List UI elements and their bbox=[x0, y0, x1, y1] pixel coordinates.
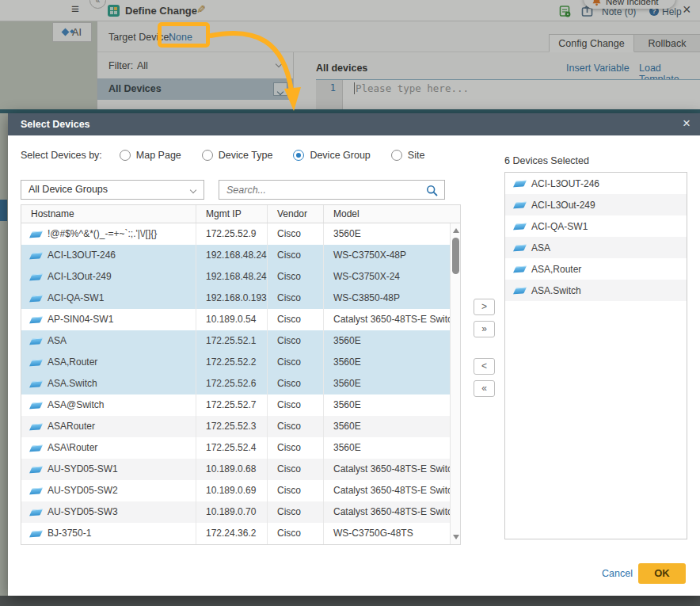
move-all-left-button[interactable]: « bbox=[474, 380, 495, 397]
scroll-down-icon[interactable] bbox=[453, 535, 459, 539]
cell-hostname: ASARouter bbox=[48, 416, 95, 437]
cell-vendor: Cisco bbox=[277, 288, 301, 309]
radio-circle-icon[interactable] bbox=[293, 150, 304, 161]
cell-hostname: ACI-L3Out-249 bbox=[48, 266, 112, 288]
cell-hostname: ASA\Router bbox=[48, 437, 97, 459]
column-header-hostname[interactable]: Hostname bbox=[21, 205, 196, 223]
device-icon bbox=[513, 287, 527, 294]
device-icon bbox=[29, 380, 43, 387]
radio-map-page[interactable]: Map Page bbox=[120, 150, 181, 161]
device-icon bbox=[29, 466, 43, 473]
selected-device-item[interactable]: ACI-L3OUT-246 bbox=[505, 173, 687, 194]
device-icon bbox=[29, 359, 43, 366]
cell-model: Catalyst 3650-48TS-E Switch bbox=[333, 309, 458, 330]
scrollbar-thumb[interactable] bbox=[452, 238, 459, 274]
move-all-right-button[interactable]: » bbox=[474, 321, 495, 337]
device-icon bbox=[29, 509, 43, 516]
device-icon bbox=[513, 223, 527, 230]
column-header-model[interactable]: Model bbox=[324, 205, 460, 223]
device-icon bbox=[29, 295, 43, 302]
cell-hostname: ASA@Switch bbox=[48, 394, 105, 416]
selected-devices-list: ACI-L3OUT-246ACI-L3Out-249ACI-QA-SW1ASAA… bbox=[504, 172, 687, 539]
device-group-dropdown[interactable]: All Device Groups bbox=[21, 180, 204, 200]
selected-device-name: ACI-L3OUT-246 bbox=[531, 178, 599, 189]
table-row[interactable]: ASA.Switch172.25.52.6Cisco3560E bbox=[21, 373, 460, 394]
table-row[interactable]: ACI-L3OUT-246192.168.48.246CiscoWS-C3750… bbox=[21, 245, 460, 266]
device-icon bbox=[29, 444, 43, 452]
table-row[interactable]: AU-SYD05-SW110.189.0.68CiscoCatalyst 365… bbox=[21, 459, 460, 480]
selected-device-name: ASA.Switch bbox=[531, 285, 581, 296]
table-row[interactable]: ACI-QA-SW1192.168.0.193CiscoWS-C3850-48P bbox=[21, 288, 460, 309]
scroll-up-icon[interactable] bbox=[453, 228, 459, 233]
move-left-button[interactable]: < bbox=[474, 358, 495, 375]
cell-vendor: Cisco bbox=[277, 416, 301, 437]
device-group-dropdown-value: All Device Groups bbox=[29, 184, 108, 195]
cell-vendor: Cisco bbox=[277, 223, 301, 245]
device-icon bbox=[29, 252, 43, 259]
radio-site[interactable]: Site bbox=[391, 150, 425, 161]
search-box bbox=[219, 180, 445, 200]
device-icon bbox=[513, 244, 527, 251]
cell-model: 3560E bbox=[333, 223, 361, 245]
column-header-vendor[interactable]: Vendor bbox=[268, 205, 324, 223]
table-row[interactable]: ASARouter172.25.52.3Cisco3560E bbox=[21, 416, 460, 437]
cell-model: 3560E bbox=[333, 394, 361, 416]
radio-device-group[interactable]: Device Group bbox=[293, 150, 370, 161]
cell-mgmt_ip: 172.25.52.1 bbox=[206, 330, 256, 352]
cell-vendor: Cisco bbox=[277, 437, 301, 459]
select-by-label: Select Devices by: bbox=[21, 150, 102, 161]
table-row[interactable]: AP-SIN04-SW110.189.0.54CiscoCatalyst 365… bbox=[21, 309, 460, 330]
selected-device-name: ASA bbox=[531, 242, 550, 253]
selected-device-item[interactable]: ASA bbox=[505, 237, 687, 258]
modal-close-icon[interactable]: × bbox=[683, 116, 690, 131]
table-row[interactable]: ASA,Router172.25.52.2Cisco3560E bbox=[21, 352, 460, 373]
cell-hostname: ASA,Router bbox=[48, 352, 97, 373]
cell-hostname: ACI-L3OUT-246 bbox=[48, 245, 116, 266]
cell-hostname: ASA bbox=[48, 330, 67, 352]
dropdown-chevron-down-icon bbox=[190, 187, 196, 193]
search-input[interactable] bbox=[219, 181, 444, 199]
cell-mgmt_ip: 192.168.48.246 bbox=[206, 245, 268, 266]
cell-vendor: Cisco bbox=[277, 266, 301, 288]
cancel-button[interactable]: Cancel bbox=[602, 568, 633, 579]
radio-circle-icon[interactable] bbox=[120, 150, 131, 161]
cell-model: 3560E bbox=[333, 373, 361, 394]
cell-mgmt_ip: 172.25.52.6 bbox=[206, 373, 256, 394]
cell-mgmt_ip: 172.25.52.2 bbox=[206, 352, 256, 373]
cell-vendor: Cisco bbox=[277, 459, 301, 480]
selected-device-item[interactable]: ACI-L3Out-249 bbox=[505, 194, 687, 215]
table-row[interactable]: !@#$%^&*()_-=+~`:;.'|\/[]{}172.25.52.9Ci… bbox=[21, 223, 460, 245]
column-header-mgmt-ip[interactable]: Mgmt IP bbox=[196, 205, 268, 223]
cell-model: WS-C3750X-48P bbox=[333, 245, 406, 266]
radio-circle-icon[interactable] bbox=[391, 150, 402, 161]
table-scrollbar[interactable] bbox=[450, 223, 460, 544]
cell-mgmt_ip: 172.25.52.7 bbox=[206, 394, 256, 416]
move-right-button[interactable]: > bbox=[474, 299, 495, 315]
selected-device-item[interactable]: ACI-QA-SW1 bbox=[505, 215, 687, 237]
cell-model: 3560E bbox=[333, 437, 361, 459]
cell-hostname: AU-SYD05-SW1 bbox=[48, 459, 118, 480]
table-row[interactable]: ASA172.25.52.1Cisco3560E bbox=[21, 330, 460, 352]
radio-label: Map Page bbox=[136, 150, 181, 161]
device-icon bbox=[513, 180, 527, 187]
table-row[interactable]: ACI-L3Out-249192.168.48.249CiscoWS-C3750… bbox=[21, 266, 460, 288]
device-icon bbox=[29, 316, 43, 323]
selected-device-item[interactable]: ASA,Router bbox=[505, 258, 687, 280]
selected-device-name: ASA,Router bbox=[531, 264, 581, 275]
device-icon bbox=[29, 231, 43, 238]
search-icon[interactable] bbox=[426, 185, 439, 197]
radio-label: Device Group bbox=[310, 150, 370, 161]
cell-vendor: Cisco bbox=[277, 480, 301, 501]
device-icon bbox=[513, 201, 527, 208]
device-icon bbox=[29, 487, 43, 494]
table-row[interactable]: ASA\Router172.25.52.4Cisco3560E bbox=[21, 437, 460, 459]
table-row[interactable]: AU-SYD05-SW210.189.0.69CiscoCatalyst 365… bbox=[21, 480, 460, 501]
ok-button[interactable]: OK bbox=[638, 563, 686, 584]
table-row[interactable]: BJ-3750-1172.24.36.2CiscoWS-C3750G-48TS bbox=[21, 523, 460, 544]
cell-model: 3560E bbox=[333, 330, 361, 352]
radio-device-type[interactable]: Device Type bbox=[202, 150, 273, 161]
table-row[interactable]: ASA@Switch172.25.52.7Cisco3560E bbox=[21, 394, 460, 416]
selected-device-item[interactable]: ASA.Switch bbox=[505, 280, 687, 301]
radio-circle-icon[interactable] bbox=[202, 150, 213, 161]
table-row[interactable]: AU-SYD05-SW310.189.0.70CiscoCatalyst 365… bbox=[21, 501, 460, 523]
